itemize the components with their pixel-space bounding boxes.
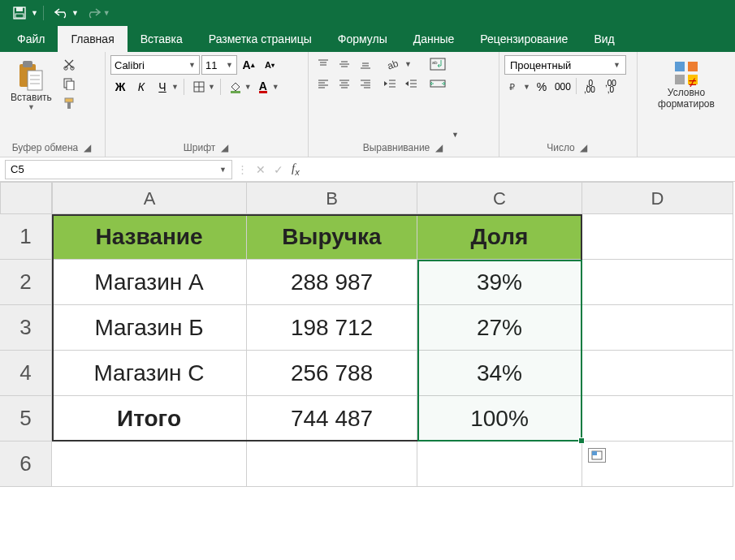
decrease-decimal-button[interactable]: ,00,0 xyxy=(601,78,620,96)
conditional-format-button[interactable]: ≠ Условно форматиров xyxy=(652,55,720,114)
tab-data[interactable]: Данные xyxy=(400,26,468,52)
tab-view[interactable]: Вид xyxy=(581,26,627,52)
undo-dropdown[interactable]: ▼ xyxy=(71,9,79,17)
format-painter-button[interactable] xyxy=(59,94,79,112)
cell-c2[interactable]: 39% xyxy=(417,260,582,305)
cell-b4[interactable]: 256 788 xyxy=(247,351,417,396)
cell-b5[interactable]: 744 487 xyxy=(247,396,417,442)
enter-formula-button[interactable]: ✓ xyxy=(274,163,283,176)
cell-a1[interactable]: Название xyxy=(52,214,247,260)
tab-file[interactable]: Файл xyxy=(4,26,58,52)
select-all-corner[interactable] xyxy=(0,182,52,214)
borders-button[interactable] xyxy=(189,78,209,96)
name-box[interactable]: C5▼ xyxy=(5,160,232,179)
svg-rect-2 xyxy=(15,14,24,18)
row-header-3[interactable]: 3 xyxy=(0,305,52,351)
comma-format-button[interactable]: 000 xyxy=(553,78,573,96)
column-header-d[interactable]: D xyxy=(582,182,733,214)
align-right-button[interactable] xyxy=(356,75,375,93)
insert-function-button[interactable]: fx xyxy=(292,162,300,177)
orientation-dropdown[interactable]: ▼ xyxy=(404,60,412,68)
decrease-font-button[interactable]: A▾ xyxy=(260,56,279,74)
font-color-dropdown[interactable]: ▼ xyxy=(272,83,279,91)
merge-button[interactable] xyxy=(426,75,450,93)
cell-d1[interactable] xyxy=(582,214,733,260)
cell-a6[interactable] xyxy=(52,442,247,487)
align-bottom-button[interactable] xyxy=(356,55,375,73)
font-name-select[interactable]: Calibri▼ xyxy=(110,55,200,75)
align-middle-button[interactable] xyxy=(335,55,354,73)
font-launcher[interactable]: ◢ xyxy=(218,142,230,153)
cell-d5[interactable] xyxy=(582,396,733,442)
paste-button[interactable]: Вставить ▼ xyxy=(5,55,58,115)
column-header-a[interactable]: A xyxy=(52,182,247,214)
cell-b6[interactable] xyxy=(247,442,417,487)
tab-insert[interactable]: Вставка xyxy=(128,26,196,52)
cell-a5[interactable]: Итого xyxy=(52,396,247,442)
increase-decimal-button[interactable]: ,0,00 xyxy=(580,78,599,96)
cell-c6[interactable] xyxy=(417,442,582,487)
cell-d3[interactable] xyxy=(582,305,733,351)
italic-button[interactable]: К xyxy=(132,78,151,96)
decrease-indent-button[interactable] xyxy=(380,75,400,93)
cell-b3[interactable]: 198 712 xyxy=(247,305,417,351)
cell-a2[interactable]: Магазин А xyxy=(52,260,247,305)
qat-dropdown[interactable]: ▼ xyxy=(31,9,38,17)
svg-text:ab: ab xyxy=(386,58,400,71)
percent-format-button[interactable]: % xyxy=(532,78,551,96)
font-size-select[interactable]: 11▼ xyxy=(201,55,237,75)
cell-c5[interactable]: 100% xyxy=(417,396,582,442)
align-left-button[interactable] xyxy=(313,75,333,93)
fill-color-button[interactable] xyxy=(226,78,245,96)
row-header-5[interactable]: 5 xyxy=(0,396,52,442)
orientation-button[interactable]: ab xyxy=(380,55,404,73)
cell-c1[interactable]: Доля xyxy=(417,214,582,260)
row-header-1[interactable]: 1 xyxy=(0,214,52,260)
paste-label: Вставить xyxy=(11,92,52,103)
borders-dropdown[interactable]: ▼ xyxy=(208,83,215,91)
svg-rect-4 xyxy=(23,61,32,67)
row-header-4[interactable]: 4 xyxy=(0,351,52,396)
fill-color-dropdown[interactable]: ▼ xyxy=(244,83,252,91)
ribbon-label-alignment: Выравнивание xyxy=(363,142,430,153)
wrap-text-button[interactable]: ab xyxy=(426,55,450,73)
number-format-select[interactable]: Процентный▼ xyxy=(504,55,626,75)
underline-button[interactable]: Ч xyxy=(153,78,172,96)
align-top-button[interactable] xyxy=(313,55,333,73)
redo-dropdown[interactable]: ▼ xyxy=(103,9,110,17)
autofill-options-button[interactable] xyxy=(588,448,606,463)
cell-b1[interactable]: Выручка xyxy=(247,214,417,260)
cell-d2[interactable] xyxy=(582,260,733,305)
alignment-launcher[interactable]: ◢ xyxy=(433,142,444,153)
cell-d4[interactable] xyxy=(582,351,733,396)
svg-rect-53 xyxy=(675,75,685,84)
accounting-dropdown[interactable]: ▼ xyxy=(523,83,530,91)
accounting-format-button[interactable]: ₽ xyxy=(504,78,524,96)
align-center-button[interactable] xyxy=(335,75,354,93)
tab-home[interactable]: Главная xyxy=(58,26,127,52)
number-launcher[interactable]: ◢ xyxy=(578,142,590,153)
increase-font-button[interactable]: A▴ xyxy=(239,56,258,74)
tab-layout[interactable]: Разметка страницы xyxy=(196,26,325,52)
save-button[interactable] xyxy=(6,2,32,24)
cell-a3[interactable]: Магазин Б xyxy=(52,305,247,351)
row-header-6[interactable]: 6 xyxy=(0,442,52,487)
cancel-formula-button[interactable]: ✕ xyxy=(256,163,266,176)
row-header-2[interactable]: 2 xyxy=(0,260,52,305)
underline-dropdown[interactable]: ▼ xyxy=(171,83,179,91)
merge-dropdown[interactable]: ▼ xyxy=(452,131,459,139)
font-color-button[interactable]: А xyxy=(253,78,273,96)
column-header-c[interactable]: C xyxy=(417,182,582,214)
cell-c3[interactable]: 27% xyxy=(417,305,582,351)
cut-button[interactable] xyxy=(59,55,79,73)
copy-button[interactable] xyxy=(59,75,79,93)
clipboard-launcher[interactable]: ◢ xyxy=(81,142,93,153)
cell-a4[interactable]: Магазин С xyxy=(52,351,247,396)
cell-c4[interactable]: 34% xyxy=(417,351,582,396)
increase-indent-button[interactable] xyxy=(401,75,421,93)
tab-formulas[interactable]: Формулы xyxy=(325,26,400,52)
column-header-b[interactable]: B xyxy=(247,182,417,214)
tab-review[interactable]: Рецензирование xyxy=(467,26,581,52)
cell-b2[interactable]: 288 987 xyxy=(247,260,417,305)
bold-button[interactable]: Ж xyxy=(110,78,130,96)
